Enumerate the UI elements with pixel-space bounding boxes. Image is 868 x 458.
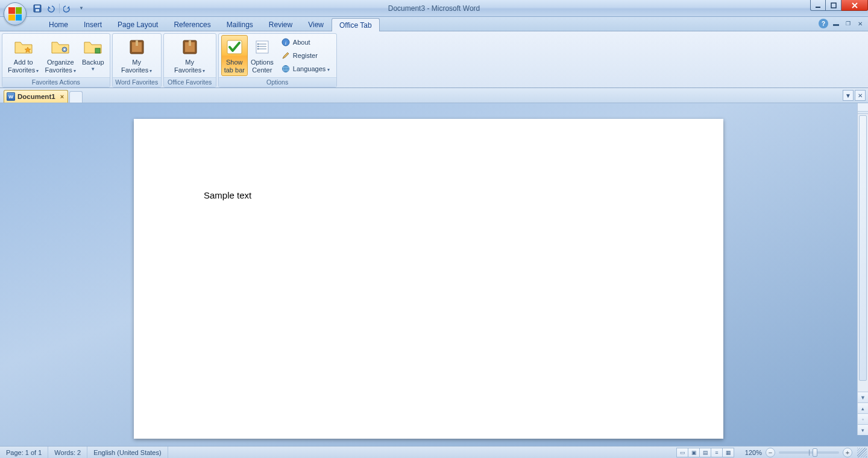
svg-rect-2 [36, 9, 39, 11]
view-print-layout-button[interactable]: ▭ [676, 448, 688, 457]
qat-customize-button[interactable]: ▼ [75, 2, 87, 14]
view-outline-button[interactable]: ≡ [711, 448, 723, 457]
close-button[interactable] [841, 0, 868, 11]
tab-list-dropdown[interactable]: ▼ [843, 90, 854, 101]
ribbon-tab-references[interactable]: References [166, 17, 218, 31]
languages-button[interactable]: Languages [278, 63, 333, 75]
button-label: Register [293, 52, 318, 59]
undo-button[interactable] [45, 2, 57, 14]
button-label: My Favorites [174, 59, 205, 74]
zoom-control: 120% − + [740, 448, 852, 457]
button-label: Options Center [251, 59, 274, 74]
view-web-layout-button[interactable]: ▤ [699, 448, 711, 457]
view-draft-button[interactable]: ▦ [722, 448, 734, 457]
folder-backup-icon [83, 37, 102, 57]
minimize-button[interactable] [810, 0, 826, 11]
book-icon [180, 37, 200, 57]
globe-icon [281, 64, 291, 74]
group-favorites-actions: Add to Favorites Organize Favorites Back… [2, 33, 110, 87]
ribbon-tab-page-layout[interactable]: Page Layout [110, 17, 166, 31]
office-logo-icon [8, 7, 22, 21]
status-page[interactable]: Page: 1 of 1 [0, 447, 48, 458]
minimize-icon [815, 2, 821, 8]
minus-icon: − [769, 449, 772, 456]
close-icon [851, 2, 858, 8]
separator [59, 4, 60, 13]
button-label: Backup [82, 59, 104, 66]
button-label: About [293, 39, 310, 46]
add-to-favorites-button[interactable]: Add to Favorites [5, 35, 42, 76]
zoom-slider[interactable] [779, 451, 839, 454]
options-center-button[interactable]: Options Center [248, 35, 277, 76]
redo-button[interactable] [62, 2, 74, 14]
zoom-slider-thumb[interactable] [813, 448, 817, 457]
browse-object-button[interactable]: ◦ [858, 413, 868, 424]
document-viewport: Sample text ▲ ▼ ▴ ◦ ▾ [0, 103, 868, 446]
office-button[interactable] [4, 2, 27, 25]
status-language[interactable]: English (United States) [87, 447, 168, 458]
ribbon-tab-office-tab[interactable]: Office Tab [332, 18, 380, 31]
svg-rect-3 [816, 7, 820, 8]
about-button[interactable]: i About [278, 36, 333, 48]
restore-window-button[interactable]: ❐ [844, 21, 852, 27]
zoom-out-button[interactable]: − [766, 448, 775, 457]
backup-button[interactable]: Backup ▼ [79, 35, 107, 76]
minimize-ribbon-button[interactable]: ▬ [832, 21, 840, 27]
previous-page-button[interactable]: ▴ [858, 402, 868, 413]
organize-favorites-button[interactable]: Organize Favorites [42, 35, 78, 76]
document-tab-active[interactable]: W Document1 × [4, 90, 68, 103]
status-bar: Page: 1 of 1 Words: 2 English (United St… [0, 446, 868, 458]
resize-grip[interactable] [857, 448, 867, 457]
view-full-screen-button[interactable]: ▣ [688, 448, 700, 457]
status-words[interactable]: Words: 2 [48, 447, 87, 458]
svg-point-20 [257, 46, 259, 47]
document-body-text[interactable]: Sample text [204, 190, 251, 200]
ribbon-tab-view[interactable]: View [300, 17, 332, 31]
next-page-button[interactable]: ▾ [858, 424, 868, 435]
close-tab-button[interactable]: × [60, 93, 64, 100]
ribbon: Add to Favorites Organize Favorites Back… [0, 31, 868, 88]
document-page[interactable]: Sample text [134, 119, 723, 439]
button-label: Organize Favorites [45, 59, 75, 74]
help-icon: ? [822, 21, 825, 27]
show-tab-bar-button[interactable]: Show tab bar [221, 35, 248, 76]
svg-rect-10 [136, 40, 138, 46]
my-office-favorites-button[interactable]: My Favorites [166, 35, 213, 76]
info-icon: i [281, 37, 291, 47]
scroll-down-button[interactable]: ▼ [858, 392, 868, 402]
chevron-down-icon: ▼ [79, 5, 84, 11]
ruler-toggle-button[interactable] [857, 103, 868, 112]
redo-icon [63, 4, 73, 13]
maximize-button[interactable] [826, 0, 841, 11]
zoom-percent[interactable]: 120% [740, 449, 762, 456]
svg-rect-7 [95, 48, 100, 53]
ribbon-tab-home[interactable]: Home [41, 17, 76, 31]
word-doc-icon: W [7, 92, 15, 101]
svg-rect-13 [189, 40, 191, 46]
plus-icon: + [846, 449, 849, 456]
ribbon-tab-review[interactable]: Review [261, 17, 300, 31]
close-tab-bar-button[interactable]: ✕ [855, 90, 866, 101]
close-document-button[interactable]: ✕ [856, 21, 864, 27]
zoom-tick [809, 450, 810, 456]
group-label: Office Favorites [164, 77, 216, 87]
ribbon-tab-insert[interactable]: Insert [76, 17, 110, 31]
maximize-icon [831, 2, 837, 8]
help-button[interactable]: ? [819, 19, 828, 28]
group-word-favorites: My Favorites Word Favorites [112, 33, 162, 87]
ribbon-tab-mailings[interactable]: Mailings [219, 17, 261, 31]
button-label: My Favorites [121, 59, 152, 74]
new-document-tab-button[interactable] [69, 91, 83, 103]
check-icon [225, 37, 244, 57]
register-button[interactable]: Register [278, 49, 333, 62]
scroll-thumb[interactable] [859, 115, 867, 381]
book-icon [127, 37, 146, 57]
svg-point-19 [257, 43, 259, 45]
vertical-scrollbar[interactable]: ▲ ▼ ▴ ◦ ▾ [857, 103, 868, 435]
zoom-in-button[interactable]: + [843, 448, 852, 457]
save-button[interactable] [31, 2, 43, 14]
my-word-favorites-button[interactable]: My Favorites [115, 35, 159, 76]
close-icon: ✕ [858, 92, 863, 99]
chevron-down-icon: ▼ [90, 66, 95, 72]
svg-rect-4 [831, 3, 836, 8]
